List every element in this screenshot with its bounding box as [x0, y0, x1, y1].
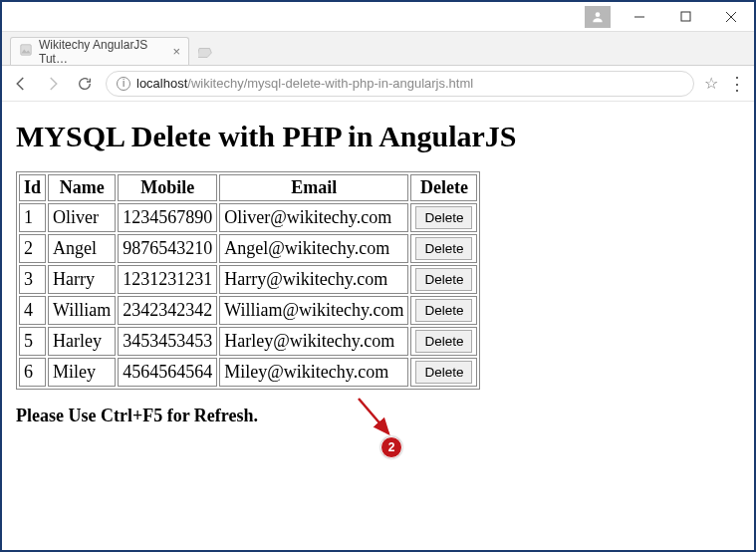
- cell-mobile: 4564564564: [118, 358, 217, 387]
- cell-name: William: [48, 296, 116, 325]
- cell-id: 2: [19, 234, 46, 263]
- cell-id: 4: [19, 296, 46, 325]
- cell-delete: Delete: [410, 234, 477, 263]
- cell-delete: Delete: [410, 203, 477, 232]
- cell-email: William@wikitechy.com: [219, 296, 408, 325]
- forward-button[interactable]: [42, 73, 64, 95]
- browser-window: Wikitechy AngularJS Tut… × i localhost/w…: [0, 0, 756, 552]
- delete-button[interactable]: Delete: [415, 206, 472, 229]
- delete-button[interactable]: Delete: [415, 268, 472, 291]
- col-delete: Delete: [410, 174, 477, 201]
- toolbar: i localhost/wikitechy/mysql-delete-with-…: [2, 66, 754, 102]
- minimize-button[interactable]: [617, 2, 662, 32]
- cell-id: 6: [19, 358, 46, 387]
- address-bar[interactable]: i localhost/wikitechy/mysql-delete-with-…: [106, 71, 694, 97]
- back-button[interactable]: [10, 73, 32, 95]
- window-titlebar: [2, 2, 754, 32]
- cell-delete: Delete: [410, 296, 477, 325]
- tab-strip: Wikitechy AngularJS Tut… ×: [2, 32, 754, 66]
- page-content: MYSQL Delete with PHP in AngularJS Id Na…: [2, 102, 754, 550]
- cell-email: Harley@wikitechy.com: [219, 327, 408, 356]
- site-info-icon[interactable]: i: [117, 77, 130, 91]
- refresh-message: Please Use Ctrl+F5 for Refresh.: [16, 406, 740, 426]
- col-name: Name: [48, 174, 116, 201]
- delete-button[interactable]: Delete: [415, 330, 472, 353]
- cell-id: 1: [19, 203, 46, 232]
- url-path: /wikitechy/mysql-delete-with-php-in-angu…: [187, 76, 473, 91]
- close-window-button[interactable]: [708, 2, 754, 32]
- col-mobile: Mobile: [118, 174, 217, 201]
- delete-button[interactable]: Delete: [415, 361, 472, 384]
- maximize-button[interactable]: [662, 2, 708, 32]
- cell-delete: Delete: [410, 358, 477, 387]
- data-table: Id Name Mobile Email Delete 1Oliver12345…: [16, 171, 480, 390]
- table-row: 1Oliver1234567890Oliver@wikitechy.comDel…: [19, 203, 477, 232]
- menu-icon[interactable]: ⋮: [728, 81, 746, 87]
- user-icon[interactable]: [585, 6, 611, 28]
- svg-point-0: [596, 12, 601, 17]
- cell-delete: Delete: [410, 265, 477, 294]
- cell-email: Oliver@wikitechy.com: [219, 203, 408, 232]
- tab-title: Wikitechy AngularJS Tut…: [39, 38, 166, 66]
- table-row: 5Harley3453453453Harley@wikitechy.comDel…: [19, 327, 477, 356]
- cell-email: Angel@wikitechy.com: [219, 234, 408, 263]
- tab-close-icon[interactable]: ×: [172, 44, 180, 59]
- delete-button[interactable]: Delete: [415, 237, 472, 260]
- cell-name: Harley: [48, 327, 116, 356]
- browser-tab[interactable]: Wikitechy AngularJS Tut… ×: [10, 37, 189, 65]
- delete-button[interactable]: Delete: [415, 299, 472, 322]
- cell-mobile: 1234567890: [118, 203, 217, 232]
- new-tab-button[interactable]: [195, 41, 219, 65]
- cell-mobile: 1231231231: [118, 265, 217, 294]
- cell-name: Oliver: [48, 203, 116, 232]
- cell-email: Miley@wikitechy.com: [219, 358, 408, 387]
- cell-name: Miley: [48, 358, 116, 387]
- table-row: 2Angel9876543210Angel@wikitechy.comDelet…: [19, 234, 477, 263]
- cell-name: Harry: [48, 265, 116, 294]
- table-row: 4William2342342342William@wikitechy.comD…: [19, 296, 477, 325]
- table-row: 6Miley4564564564Miley@wikitechy.comDelet…: [19, 358, 477, 387]
- url-host: localhost: [136, 76, 187, 91]
- annotation-badge: 2: [380, 436, 402, 458]
- col-id: Id: [19, 174, 46, 201]
- svg-rect-5: [21, 45, 32, 56]
- tab-favicon: [19, 43, 33, 60]
- cell-email: Harry@wikitechy.com: [219, 265, 408, 294]
- cell-mobile: 2342342342: [118, 296, 217, 325]
- svg-rect-2: [681, 12, 690, 21]
- cell-name: Angel: [48, 234, 116, 263]
- cell-delete: Delete: [410, 327, 477, 356]
- cell-id: 5: [19, 327, 46, 356]
- cell-mobile: 3453453453: [118, 327, 217, 356]
- bookmark-icon[interactable]: ☆: [704, 74, 718, 93]
- table-row: 3Harry1231231231Harry@wikitechy.comDelet…: [19, 265, 477, 294]
- page-heading: MYSQL Delete with PHP in AngularJS: [16, 120, 740, 153]
- cell-id: 3: [19, 265, 46, 294]
- reload-button[interactable]: [74, 73, 96, 95]
- col-email: Email: [219, 174, 408, 201]
- table-header-row: Id Name Mobile Email Delete: [19, 174, 477, 201]
- cell-mobile: 9876543210: [118, 234, 217, 263]
- table-body: 1Oliver1234567890Oliver@wikitechy.comDel…: [19, 203, 477, 387]
